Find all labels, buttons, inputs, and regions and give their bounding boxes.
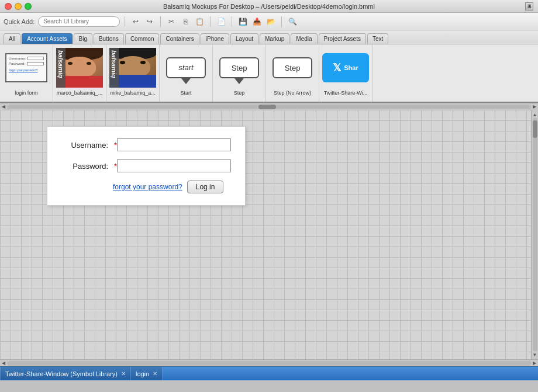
tab-common[interactable]: Common bbox=[125, 33, 160, 44]
asset-label-marco: marco_balsamiq_... bbox=[57, 90, 103, 96]
username-label: Username: bbox=[61, 141, 108, 150]
asset-panel: Username: Password: forgot your password… bbox=[0, 44, 538, 103]
scroll-thumb-v[interactable] bbox=[533, 120, 537, 138]
export-button[interactable]: 📄 bbox=[215, 16, 227, 27]
asset-label-step-no-arrow: Step (No Arrow) bbox=[274, 90, 311, 96]
tab-buttons[interactable]: Buttons bbox=[94, 33, 124, 44]
canvas-login-form: Username: * Password: * forgot your pass… bbox=[47, 126, 246, 206]
tab-containers[interactable]: Containers bbox=[160, 33, 199, 44]
asset-marco[interactable]: balsamiq marco_balsamiq_... bbox=[53, 44, 106, 102]
maximize-button[interactable] bbox=[25, 3, 32, 10]
canvas-main: Username: * Password: * forgot your pass… bbox=[0, 110, 538, 359]
username-row: Username: * bbox=[61, 138, 231, 151]
scroll-thumb-h[interactable] bbox=[258, 105, 276, 109]
login-button[interactable]: Log in bbox=[187, 181, 224, 193]
asset-preview-twitter-share: 𝕏 Shar bbox=[322, 47, 370, 89]
import-button[interactable]: 📥 bbox=[251, 16, 263, 27]
tab-iphone[interactable]: iPhone bbox=[201, 33, 229, 44]
tab-twitter-share-close[interactable]: ✕ bbox=[121, 370, 126, 377]
copy-button[interactable]: ⎘ bbox=[180, 16, 191, 27]
tab-account-assets[interactable]: Account Assets bbox=[22, 33, 72, 44]
asset-label-login-form: login form bbox=[15, 90, 38, 96]
toolbar: Quick Add: ↩ ↪ ✂ ⎘ 📋 📄 💾 📥 📂 🔍 bbox=[0, 13, 538, 30]
photo-overlay-mike: balsamiq bbox=[109, 48, 119, 88]
tab-login-close[interactable]: ✕ bbox=[153, 370, 157, 377]
new-button[interactable]: 📂 bbox=[265, 16, 277, 27]
tab-login-label: login bbox=[136, 370, 149, 377]
horizontal-scroll-bar[interactable]: ◀ ▶ bbox=[0, 103, 538, 110]
username-input[interactable] bbox=[117, 138, 231, 151]
password-label: Password: bbox=[61, 162, 108, 171]
save-button[interactable]: 💾 bbox=[237, 16, 249, 27]
window-controls[interactable] bbox=[5, 3, 32, 10]
scroll-up-arrow[interactable]: ▲ bbox=[532, 111, 539, 118]
asset-twitter-share[interactable]: 𝕏 Shar Twitter-Share-Wi... bbox=[319, 44, 373, 102]
asset-label-twitter-share: Twitter-Share-Wi... bbox=[324, 90, 368, 96]
photo-overlay-marco: balsamiq bbox=[56, 48, 65, 88]
canvas-area: Username: * Password: * forgot your pass… bbox=[0, 110, 531, 359]
asset-preview-login-form: Username: Password: forgot your password… bbox=[2, 47, 50, 89]
asset-preview-mike: balsamiq bbox=[109, 47, 157, 89]
asset-preview-step-no-arrow: Step bbox=[268, 47, 316, 89]
asset-start[interactable]: start Start bbox=[160, 44, 213, 102]
tab-big[interactable]: Big bbox=[74, 33, 92, 44]
minimize-button[interactable] bbox=[15, 3, 22, 10]
title-bar: Balsamiq Mockups For Desktop – /Users/pe… bbox=[0, 0, 538, 13]
tab-markup[interactable]: Markup bbox=[260, 33, 289, 44]
bottom-scroll-track bbox=[7, 361, 531, 366]
component-tabs: All Account Assets Big Buttons Common Co… bbox=[0, 30, 538, 44]
bottom-scroll-right-arrow[interactable]: ▶ bbox=[531, 360, 538, 367]
asset-label-mike: mike_balsamiq_a... bbox=[110, 90, 156, 96]
asset-login-form[interactable]: Username: Password: forgot your password… bbox=[0, 44, 53, 102]
undo-button[interactable]: ↩ bbox=[130, 16, 142, 27]
bottom-horizontal-scroll-bar[interactable]: ◀ ▶ bbox=[0, 359, 538, 366]
tab-media[interactable]: Media bbox=[291, 33, 317, 44]
search-input[interactable] bbox=[38, 16, 120, 27]
asset-label-step: Step bbox=[234, 90, 245, 96]
quick-add-label: Quick Add: bbox=[4, 18, 35, 25]
close-button[interactable] bbox=[5, 3, 12, 10]
tab-layout[interactable]: Layout bbox=[230, 33, 258, 44]
password-row: Password: * bbox=[61, 159, 231, 172]
paste-button[interactable]: 📋 bbox=[194, 16, 205, 27]
tab-all[interactable]: All bbox=[4, 33, 20, 44]
toolbar-separator-5 bbox=[281, 16, 282, 27]
toolbar-separator-2 bbox=[160, 16, 161, 27]
toolbar-separator bbox=[125, 16, 125, 27]
scroll-right-arrow[interactable]: ▶ bbox=[531, 103, 538, 110]
scroll-down-arrow[interactable]: ▼ bbox=[532, 351, 539, 358]
redo-button[interactable]: ↪ bbox=[144, 16, 156, 27]
tab-twitter-share-window[interactable]: Twitter-Share-Window (Symbol Library) ✕ bbox=[0, 367, 131, 380]
scroll-left-arrow[interactable]: ◀ bbox=[0, 103, 7, 110]
tab-text[interactable]: Text bbox=[367, 33, 388, 44]
asset-step-no-arrow[interactable]: Step Step (No Arrow) bbox=[266, 44, 319, 102]
password-input[interactable] bbox=[117, 159, 231, 172]
bottom-tabs: Twitter-Share-Window (Symbol Library) ✕ … bbox=[0, 366, 538, 380]
asset-preview-step: Step bbox=[215, 47, 263, 89]
tab-twitter-share-label: Twitter-Share-Window (Symbol Library) bbox=[5, 370, 118, 377]
window-title: Balsamiq Mockups For Desktop – /Users/pe… bbox=[163, 3, 375, 10]
forgot-password-link[interactable]: forgot your password? bbox=[113, 183, 182, 191]
tab-project-assets[interactable]: Project Assets bbox=[319, 33, 366, 44]
scroll-track-v bbox=[533, 118, 537, 351]
asset-step[interactable]: Step Step bbox=[213, 44, 266, 102]
search-button[interactable]: 🔍 bbox=[287, 16, 298, 27]
toolbar-separator-4 bbox=[232, 16, 232, 27]
expand-button[interactable]: ⊞ bbox=[525, 2, 533, 11]
cut-button[interactable]: ✂ bbox=[165, 16, 177, 27]
scroll-track-h bbox=[7, 105, 531, 109]
asset-label-start: Start bbox=[180, 90, 191, 96]
asset-mike[interactable]: balsamiq mike_balsamiq_a... bbox=[106, 44, 160, 102]
bottom-scroll-left-arrow[interactable]: ◀ bbox=[0, 360, 7, 367]
vertical-scroll-bar[interactable]: ▲ ▼ bbox=[531, 110, 538, 359]
asset-preview-marco: balsamiq bbox=[56, 47, 104, 89]
form-bottom: forgot your password? Log in bbox=[113, 181, 231, 193]
toolbar-separator-3 bbox=[210, 16, 211, 27]
asset-preview-start: start bbox=[162, 47, 210, 89]
tab-login[interactable]: login ✕ bbox=[131, 367, 163, 380]
